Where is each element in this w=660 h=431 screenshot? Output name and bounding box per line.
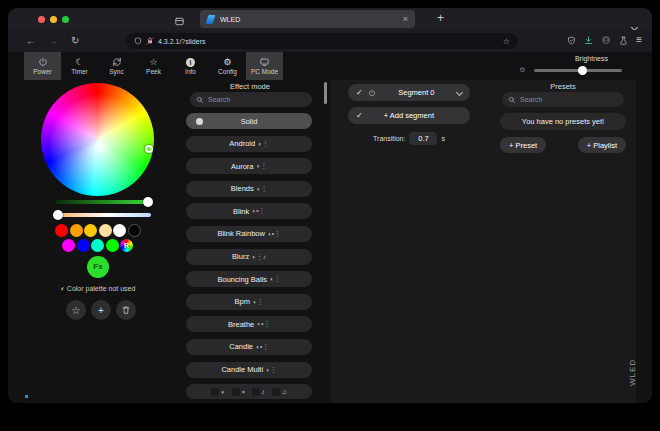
color-wheel[interactable] bbox=[41, 83, 154, 196]
bookmark-star-icon[interactable]: ☆ bbox=[503, 37, 510, 46]
tab-overview-icon[interactable] bbox=[174, 13, 185, 31]
value-slider-thumb[interactable] bbox=[143, 197, 153, 207]
selected-effect-dot bbox=[196, 118, 203, 125]
url-text[interactable]: 4.3.2.1/?sliders bbox=[158, 38, 205, 45]
add-preset-button[interactable]: + Preset bbox=[500, 137, 546, 153]
add-segment-button[interactable]: ✓ + Add segment bbox=[348, 107, 470, 124]
value-slider[interactable] bbox=[55, 200, 151, 204]
status-dot bbox=[25, 395, 28, 398]
white-slider[interactable] bbox=[55, 213, 151, 217]
effect-name: Aurora bbox=[231, 162, 254, 171]
toolbar-tab-pc-mode[interactable]: PC Mode bbox=[246, 52, 283, 80]
swatch-random[interactable]: R bbox=[120, 239, 133, 252]
segment-expand-chevron-icon[interactable] bbox=[456, 89, 463, 96]
toolbar-tab-power[interactable]: Power bbox=[24, 52, 61, 80]
effect-item-aurora[interactable]: Aurora◐⋮ bbox=[186, 158, 312, 174]
segment-checkbox[interactable]: ✓ bbox=[356, 88, 363, 97]
filter-checkbox[interactable] bbox=[232, 388, 240, 396]
toolbar-tab-peek[interactable]: ☆ Peek bbox=[135, 52, 172, 80]
effect-item-blends[interactable]: Blends◐⋮ bbox=[186, 181, 312, 197]
favorite-color-button[interactable]: ☆ bbox=[66, 300, 86, 320]
back-icon[interactable]: ← bbox=[26, 35, 36, 46]
effect-name: Bpm bbox=[235, 297, 250, 306]
transition-row: Transition: s bbox=[348, 132, 470, 145]
reload-icon[interactable]: ↻ bbox=[71, 35, 79, 46]
effects-search-input[interactable] bbox=[208, 96, 298, 103]
effect-item-candle-multi[interactable]: Candle Multi◐⋮ bbox=[186, 362, 312, 378]
effect-item-candle[interactable]: Candle◐•⋮ bbox=[186, 339, 312, 355]
brightness-label: Brightness bbox=[575, 55, 608, 62]
swatch-green[interactable] bbox=[106, 239, 119, 252]
new-tab-button[interactable]: + bbox=[437, 11, 444, 25]
search-icon bbox=[508, 96, 516, 104]
forward-icon[interactable]: → bbox=[48, 35, 58, 46]
presets-search[interactable] bbox=[502, 92, 624, 107]
add-color-button[interactable]: + bbox=[91, 300, 111, 320]
permissions-shield-icon[interactable] bbox=[567, 36, 576, 45]
filter-checkbox[interactable] bbox=[211, 388, 219, 396]
effect-item-solid[interactable]: Solid bbox=[186, 113, 312, 129]
swatch-black[interactable] bbox=[128, 224, 141, 237]
effect-item-blink-rainbow[interactable]: Blink Rainbow◐•⋮ bbox=[186, 226, 312, 242]
profile-avatar-icon[interactable] bbox=[601, 35, 611, 45]
white-slider-thumb[interactable] bbox=[53, 210, 63, 220]
filter-palette[interactable]: ◐ bbox=[211, 388, 225, 396]
add-playlist-button[interactable]: + Playlist bbox=[578, 137, 626, 153]
filter-volume[interactable]: ♪ bbox=[252, 388, 265, 396]
toolbar-tab-sync[interactable]: Sync bbox=[98, 52, 135, 80]
toolbar-tab-config[interactable]: ⚙ Config bbox=[209, 52, 246, 80]
effects-search[interactable] bbox=[190, 92, 312, 107]
delete-color-button[interactable] bbox=[116, 300, 136, 320]
browser-navbar: ← → ↻ 4.3.2.1/?sliders ☆ ≡ bbox=[8, 30, 652, 52]
effects-scrollbar[interactable] bbox=[324, 82, 327, 104]
tracking-protection-shield-icon[interactable] bbox=[134, 37, 142, 45]
toolbar-tab-timer[interactable]: ☾ Timer bbox=[61, 52, 98, 80]
close-window-button[interactable] bbox=[38, 16, 45, 23]
download-icon[interactable] bbox=[584, 36, 593, 45]
effect-name: Breathe bbox=[228, 320, 254, 329]
browser-tab[interactable]: WLED × bbox=[200, 10, 415, 28]
brightness-slider[interactable] bbox=[534, 69, 622, 72]
url-bar[interactable]: 4.3.2.1/?sliders ☆ bbox=[126, 33, 518, 49]
transition-input[interactable] bbox=[409, 132, 437, 145]
swatch-white[interactable] bbox=[113, 224, 126, 237]
swatch-magenta[interactable] bbox=[62, 239, 75, 252]
effect-item-bpm[interactable]: Bpm◐⋮ bbox=[186, 294, 312, 310]
swatch-red[interactable] bbox=[55, 224, 68, 237]
effect-flag-icons: ◐⋮ bbox=[253, 298, 263, 306]
swatch-gold[interactable] bbox=[84, 224, 97, 237]
wled-watermark: WLED bbox=[628, 353, 637, 393]
effect-item-android[interactable]: Android◐⋮ bbox=[186, 136, 312, 152]
tab-close-icon[interactable]: × bbox=[403, 15, 408, 24]
pc-monitor-icon bbox=[259, 57, 270, 67]
app-menu-icon[interactable]: ≡ bbox=[636, 34, 642, 46]
swatch-turquoise[interactable] bbox=[91, 239, 104, 252]
extensions-flask-icon[interactable] bbox=[619, 36, 628, 45]
color-wheel-picker[interactable] bbox=[145, 145, 153, 153]
effect-name: Blink bbox=[233, 207, 249, 216]
filter-checkbox[interactable] bbox=[252, 388, 260, 396]
effect-item-blink[interactable]: Blink◐•⋮ bbox=[186, 203, 312, 219]
insecure-lock-icon[interactable] bbox=[146, 37, 154, 45]
segment-power-icon[interactable] bbox=[368, 89, 376, 97]
effect-item-bouncing-balls[interactable]: Bouncing Balls◐⋮ bbox=[186, 271, 312, 287]
presets-search-input[interactable] bbox=[520, 96, 610, 103]
tab-title: WLED bbox=[220, 16, 240, 23]
filter-checkbox[interactable] bbox=[272, 388, 280, 396]
fx-color-slot-button[interactable]: Fx bbox=[87, 256, 109, 278]
swatch-wheat[interactable] bbox=[99, 224, 112, 237]
filter-1d[interactable]: • bbox=[232, 388, 244, 396]
brightness-slider-thumb[interactable] bbox=[578, 66, 587, 75]
minimize-window-button[interactable] bbox=[50, 16, 57, 23]
effect-name: Solid bbox=[241, 117, 258, 126]
segment-header[interactable]: ✓ Segment 0 bbox=[348, 84, 470, 101]
filter-frequency[interactable]: ♫ bbox=[272, 388, 287, 396]
swatch-blue[interactable] bbox=[77, 239, 90, 252]
toolbar-tab-info[interactable]: i Info bbox=[172, 52, 209, 80]
swatch-orange[interactable] bbox=[70, 224, 83, 237]
segment-checkbox[interactable]: ✓ bbox=[356, 111, 363, 120]
effect-item-blurz[interactable]: Blurz◐⋮♪ bbox=[186, 249, 312, 265]
sync-icon bbox=[112, 57, 122, 67]
effect-item-breathe[interactable]: Breathe◐•⋮ bbox=[186, 316, 312, 332]
zoom-window-button[interactable] bbox=[62, 16, 69, 23]
